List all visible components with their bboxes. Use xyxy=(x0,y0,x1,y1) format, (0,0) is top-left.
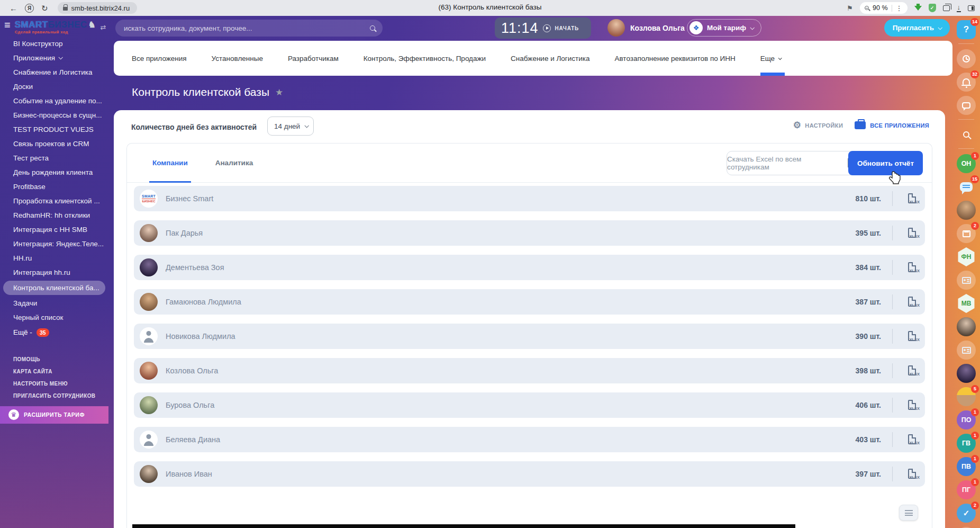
zoom-out-icon[interactable] xyxy=(865,6,869,10)
table-row[interactable]: Козлова Ольга398 шт.XLSX xyxy=(134,358,925,383)
table-row[interactable]: Пак Дарья395 шт.XLSX xyxy=(134,220,925,246)
sidebar-item-11[interactable]: Проработка клиентской ... xyxy=(0,194,108,208)
sidebar-item-18[interactable]: Задачи xyxy=(0,296,108,310)
invite-button[interactable]: Пригласить xyxy=(884,19,950,37)
menu-dots-icon[interactable]: ⋮ xyxy=(896,4,903,12)
search-icon[interactable] xyxy=(370,25,375,31)
contact-card-icon[interactable] xyxy=(957,341,976,360)
all-apps-button[interactable]: ВСЕ ПРИЛОЖЕНИЯ xyxy=(855,121,929,129)
app-tab-2[interactable]: Разработчикам xyxy=(288,55,339,62)
report-tab-1[interactable]: Аналитика xyxy=(215,144,253,182)
user-menu[interactable]: Козлова Ольга xyxy=(607,19,693,37)
xlsx-download-icon[interactable]: XLSX xyxy=(904,262,920,273)
tabs-icon[interactable] xyxy=(943,5,950,11)
back-button[interactable]: ← xyxy=(10,4,17,12)
play-icon[interactable] xyxy=(543,24,551,32)
side-panel-icon[interactable] xyxy=(968,5,975,11)
refresh-report-button[interactable]: Обновить отчёт xyxy=(848,151,923,175)
search-bar[interactable] xyxy=(115,20,383,37)
xlsx-download-icon[interactable]: XLSX xyxy=(904,434,920,445)
chat-22[interactable]: ПГ1 xyxy=(957,480,976,499)
sidebar-item-6[interactable]: TEST PRODUCT VUEJS xyxy=(0,122,108,137)
sidebar-item-17[interactable]: Контроль клиентской ба... xyxy=(3,281,105,295)
app-tab-4[interactable]: Снабжение и Логистика xyxy=(511,55,589,62)
timer-icon[interactable] xyxy=(957,49,976,68)
sidebar-item-15[interactable]: HH.ru xyxy=(0,251,108,265)
table-row[interactable]: Дементьева Зоя384 шт.XLSX xyxy=(134,255,925,280)
colleague-avatar[interactable] xyxy=(957,364,976,383)
table-row[interactable]: Гамаюнова Людмила387 шт.XLSX xyxy=(134,289,925,315)
settings-button[interactable]: ⚙ НАСТРОЙКИ xyxy=(793,121,843,130)
rail-search-icon[interactable] xyxy=(957,125,976,144)
search-input[interactable] xyxy=(123,24,370,33)
download-icon[interactable]: ↓ xyxy=(957,4,961,12)
sidebar-item-19[interactable]: Черный список xyxy=(0,310,108,325)
days-select[interactable]: 14 дней xyxy=(267,117,314,136)
xlsx-download-icon[interactable]: XLSX xyxy=(904,400,920,411)
avatar[interactable] xyxy=(607,19,625,37)
colleague-avatar[interactable] xyxy=(957,317,976,336)
sidebar-item-16[interactable]: Интеграция hh.ru xyxy=(0,265,108,280)
tasks-icon[interactable]: ✓2 xyxy=(957,504,976,523)
sidebar-item-2[interactable]: Снабжение и Логистика xyxy=(0,65,108,79)
xlsx-download-icon[interactable]: XLSX xyxy=(904,193,920,204)
my-plan-button[interactable]: ❖ Мой тариф xyxy=(687,19,761,37)
favorite-star-icon[interactable]: ★ xyxy=(275,87,283,98)
xlsx-download-icon[interactable]: XLSX xyxy=(904,365,920,377)
sidebar-item-12[interactable]: RedhamHR: hh отклики xyxy=(0,208,108,222)
report-tab-0[interactable]: Компании xyxy=(152,144,188,182)
app-tab-6[interactable]: Еще xyxy=(760,55,781,62)
download-excel-button[interactable]: Скачать Excel по всем сотрудникам XLSX xyxy=(727,151,860,175)
table-row[interactable]: SMARTБИЗНЕСБизнес Smart810 шт.XLSX xyxy=(134,186,925,211)
sidebar-footer-link-2[interactable]: НАСТРОИТЬ МЕНЮ xyxy=(0,378,108,390)
chat-icon[interactable] xyxy=(957,96,976,115)
help-button[interactable]: ?14 xyxy=(957,20,976,39)
contact-card-icon[interactable] xyxy=(957,271,976,290)
table-row[interactable]: Иванов Иван397 шт.XLSX xyxy=(134,461,925,487)
video-download-icon[interactable] xyxy=(914,6,922,11)
hamburger-menu-icon[interactable]: ≡ xyxy=(4,21,11,29)
xlsx-download-icon[interactable]: XLSX xyxy=(904,228,920,239)
table-row[interactable]: Новикова Людмила390 шт.XLSX xyxy=(134,324,925,349)
adblock-shield-icon[interactable]: ✓ xyxy=(929,4,936,12)
table-row[interactable]: Беляева Диана403 шт.XLSX xyxy=(134,427,925,452)
app-tab-1[interactable]: Установленные xyxy=(212,55,263,62)
xlsx-download-icon[interactable]: XLSX xyxy=(904,331,920,342)
sidebar-footer-link-1[interactable]: КАРТА САЙТА xyxy=(0,365,108,378)
bookmark-icon[interactable]: ⚑ xyxy=(847,4,853,12)
sidebar-item-3[interactable]: Доски xyxy=(0,79,108,94)
xlsx-download-icon[interactable]: XLSX xyxy=(904,297,920,308)
app-tab-0[interactable]: Все приложения xyxy=(132,55,187,62)
app-tab-5[interactable]: Автозаполнение реквизитов по ИНН xyxy=(614,55,735,62)
sidebar-item-13[interactable]: Интеграция с HH SMB xyxy=(0,222,108,237)
sidebar-item-more[interactable]: Ещё - 35 xyxy=(0,325,108,339)
calendar-icon[interactable]: 2 xyxy=(957,224,976,243)
colleague-avatar[interactable] xyxy=(957,201,976,220)
chat-19[interactable]: ПО1 xyxy=(957,410,976,429)
refresh-button[interactable]: ↻ xyxy=(41,4,48,12)
zoom-control[interactable]: 90 % ⋮ xyxy=(860,2,908,14)
chat-12[interactable]: ФН xyxy=(957,247,976,266)
app-tab-3[interactable]: Контроль, Эффективность, Продажи xyxy=(364,55,486,62)
upgrade-plan-button[interactable]: ♛ РАСШИРИТЬ ТАРИФ xyxy=(0,406,108,424)
yandex-browser-icon[interactable]: Я xyxy=(25,4,34,13)
sidebar-item-0[interactable]: BI Конструктор xyxy=(0,37,108,51)
sidebar-item-1[interactable]: Приложения xyxy=(0,51,108,65)
colleague-avatar[interactable]: 5 xyxy=(957,387,976,406)
sidebar-item-8[interactable]: Тест реста xyxy=(0,151,108,165)
sidebar-item-14[interactable]: Интеграция: Яндекс.Теле... xyxy=(0,237,108,251)
row-settings-button[interactable] xyxy=(899,505,918,521)
chat-21[interactable]: ПВ1 xyxy=(957,457,976,476)
table-row[interactable]: Бурова Ольга406 шт.XLSX xyxy=(134,392,925,418)
messenger-icon[interactable]: 15 xyxy=(957,177,976,196)
chat-20[interactable]: ГВ1 xyxy=(957,434,976,453)
sidebar-item-9[interactable]: День рождения клиента xyxy=(0,165,108,180)
workspace-logo[interactable]: SMARTБИЗНЕС♞ Сделай правильный ход xyxy=(15,20,96,34)
sidebar-toggle-icon[interactable]: ⇄ xyxy=(100,23,106,31)
sidebar-item-5[interactable]: Бизнес-процессы в сущн... xyxy=(0,108,108,122)
sidebar-item-10[interactable]: Profitbase xyxy=(0,180,108,194)
sidebar-item-7[interactable]: Связь проектов и CRM xyxy=(0,137,108,151)
chat-8[interactable]: ОН1 xyxy=(957,154,976,173)
notifications-icon[interactable]: 32 xyxy=(957,73,976,92)
sidebar-footer-link-3[interactable]: ПРИГЛАСИТЬ СОТРУДНИКОВ xyxy=(0,390,108,402)
